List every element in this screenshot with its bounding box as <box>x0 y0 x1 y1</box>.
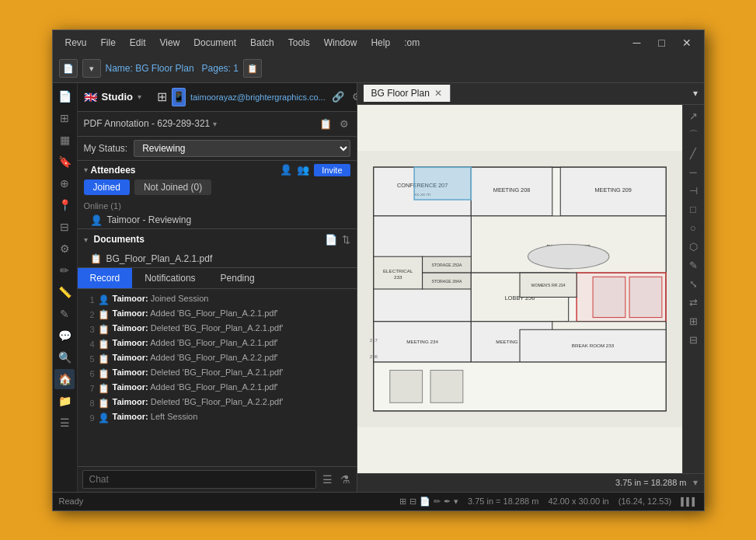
status-edit-icon[interactable]: ✏ <box>434 496 441 507</box>
attendees-title: Attendees <box>91 165 136 176</box>
tool-vline[interactable]: ⊣ <box>684 183 702 200</box>
menu-document[interactable]: Document <box>187 34 242 51</box>
chat-input[interactable] <box>82 470 316 489</box>
sidebar-search-icon[interactable]: 🔍 <box>54 347 75 368</box>
cad-tab[interactable]: BG Floor Plan ✕ <box>364 85 451 102</box>
studio-settings-icon[interactable]: ⚙ <box>350 89 357 104</box>
studio-tablet-icon[interactable]: 📱 <box>172 88 186 106</box>
menu-view[interactable]: View <box>154 34 186 51</box>
studio-panel: 🇬🇧 Studio ▾ ⊞ 📱 taimoorayaz@brightergrap… <box>78 83 357 492</box>
svg-text:MEETING 234: MEETING 234 <box>406 339 438 344</box>
sidebar-comment-icon[interactable]: 💬 <box>54 326 75 346</box>
sidebar-pin-icon[interactable]: 📍 <box>54 195 75 215</box>
record-icon: 📋 <box>98 383 110 394</box>
tool-hline[interactable]: ─ <box>684 164 702 181</box>
record-item: 2 📋 Taimoor: Added 'BG_Floor_Plan_A.2.1.… <box>78 307 357 322</box>
attendees-expand-icon[interactable]: ▾ <box>84 165 88 174</box>
sidebar-grid2-icon[interactable]: ▦ <box>54 130 75 150</box>
tab-joined[interactable]: Joined <box>84 179 130 195</box>
status-icon2[interactable]: ⊟ <box>409 496 416 507</box>
sidebar-gear-icon[interactable]: ⚙ <box>54 239 75 259</box>
record-number: 4 <box>84 340 95 349</box>
tool-ruler[interactable]: ⊟ <box>684 332 702 349</box>
tool-resize[interactable]: ⤡ <box>684 276 702 293</box>
record-item: 7 📋 Taimoor: Added 'BG_Floor_Plan_A.2.1.… <box>78 381 357 395</box>
cad-scale-bar: 3.75 in = 18.288 m ▾ <box>357 473 704 492</box>
sidebar-doc-icon[interactable]: 📄 <box>54 86 75 106</box>
tool-circle[interactable]: ○ <box>684 220 702 237</box>
sidebar-folder-icon[interactable]: 📁 <box>54 391 75 411</box>
tab-not-joined[interactable]: Not Joined (0) <box>134 179 211 195</box>
toolbar-doc-icon[interactable]: 📄 <box>59 59 78 78</box>
tool-measure[interactable]: ⊞ <box>684 313 702 330</box>
status-doc-icon[interactable]: 📄 <box>420 496 430 507</box>
status-pen-icon[interactable]: ✒ <box>444 496 451 507</box>
sidebar-bookmark-icon[interactable]: 🔖 <box>54 152 75 172</box>
minimize-button[interactable]: ─ <box>626 35 648 51</box>
tool-curve[interactable]: ⌒ <box>684 127 702 144</box>
studio-label: Studio <box>102 91 133 103</box>
cad-content[interactable]: CONFERENCE 207 xx.xx m MEETING 208 MEETI… <box>357 105 682 473</box>
menu-extra[interactable]: :om <box>398 34 426 51</box>
studio-grid-icon[interactable]: ⊞ <box>157 88 167 106</box>
menu-edit[interactable]: Edit <box>124 34 152 51</box>
docs-sort-icon[interactable]: ⇅ <box>342 234 350 246</box>
maximize-button[interactable]: □ <box>651 35 673 51</box>
sidebar-edit2-icon[interactable]: ✎ <box>54 304 75 324</box>
session-copy-icon[interactable]: 📋 <box>318 117 333 131</box>
studio-dropdown-arrow[interactable]: ▾ <box>138 92 141 101</box>
cad-area: BG Floor Plan ✕ ▾ <box>357 83 704 492</box>
status-bars-icon: ▌▌▌ <box>681 497 697 506</box>
sidebar-list-icon[interactable]: ☰ <box>54 413 75 433</box>
cad-tab-more[interactable]: ▾ <box>693 88 698 99</box>
status-grid-icon[interactable]: ⊞ <box>399 496 406 507</box>
svg-text:STORAGE 253A: STORAGE 253A <box>431 262 462 267</box>
documents-header: ▾ Documents 📄 ⇅ <box>78 229 357 250</box>
session-chevron[interactable]: ▾ <box>213 120 217 128</box>
menu-window[interactable]: Window <box>318 34 364 51</box>
sidebar-pencil-icon[interactable]: ✏ <box>54 260 75 280</box>
docs-expand-icon[interactable]: ▾ <box>84 235 88 244</box>
menu-help[interactable]: Help <box>364 34 396 51</box>
record-tab[interactable]: Record <box>78 268 133 288</box>
menu-tools[interactable]: Tools <box>282 34 316 51</box>
toolbar-dropdown-icon[interactable]: ▾ <box>82 59 101 78</box>
studio-email: taimoorayaz@brightergraphics.co... <box>190 92 326 102</box>
menu-bar: Revu File Edit View Document Batch Tools… <box>59 34 427 51</box>
pending-tab[interactable]: Pending <box>208 268 267 288</box>
record-content: Taimoor: Left Session <box>113 412 350 421</box>
menu-revu[interactable]: Revu <box>59 34 93 51</box>
tool-edit[interactable]: ✎ <box>684 257 702 274</box>
sidebar-measure-icon[interactable]: 📏 <box>54 282 75 302</box>
sidebar-studio-icon[interactable]: 🏠 <box>54 369 75 389</box>
invite-button[interactable]: Invite <box>314 164 350 176</box>
toolbar-page-icon[interactable]: 📋 <box>243 59 262 78</box>
status-select[interactable]: Reviewing Approved Rejected <box>134 140 350 157</box>
chat-filter-icon[interactable]: ⚗ <box>339 472 352 487</box>
close-button[interactable]: ✕ <box>676 35 698 51</box>
tool-line[interactable]: ╱ <box>684 145 702 162</box>
svg-rect-37 <box>430 370 463 402</box>
chat-list-icon[interactable]: ☰ <box>321 472 334 487</box>
cad-scale-dropdown[interactable]: ▾ <box>693 477 698 488</box>
notifications-tab[interactable]: Notifications <box>132 268 207 288</box>
ready-status: Ready <box>59 496 84 506</box>
attendees-person-icon[interactable]: 👤 <box>280 164 292 176</box>
status-arrow-icon[interactable]: ▾ <box>454 496 458 507</box>
tool-polygon[interactable]: ⬡ <box>684 239 702 256</box>
sidebar-grid-icon[interactable]: ⊞ <box>54 108 75 128</box>
menu-file[interactable]: File <box>95 34 122 51</box>
studio-link-icon[interactable]: 🔗 <box>330 89 346 104</box>
docs-add-icon[interactable]: 📄 <box>325 234 337 246</box>
session-adjust-icon[interactable]: ⚙ <box>338 117 350 131</box>
tool-rect[interactable]: □ <box>684 201 702 218</box>
sidebar-floor-icon[interactable]: ⊟ <box>54 217 75 237</box>
tool-flip[interactable]: ⇄ <box>684 294 702 312</box>
menu-batch[interactable]: Batch <box>244 34 280 51</box>
tool-arrow[interactable]: ↗ <box>684 108 702 125</box>
attendees-add-icon[interactable]: 👥 <box>297 164 309 176</box>
cad-tab-close-icon[interactable]: ✕ <box>434 88 442 99</box>
record-list: 1 👤 Taimoor: Joined Session 2 📋 Taimoor:… <box>78 289 357 466</box>
cad-tab-label: BG Floor Plan <box>371 88 430 99</box>
sidebar-layers-icon[interactable]: ⊕ <box>54 173 75 193</box>
